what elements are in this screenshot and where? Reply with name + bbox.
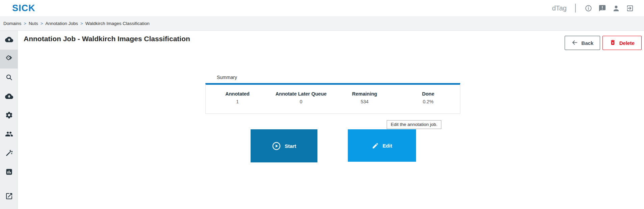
back-button[interactable]: Back bbox=[565, 36, 600, 50]
feedback-icon[interactable] bbox=[598, 4, 606, 12]
stat-value: 0.2% bbox=[396, 99, 460, 104]
breadcrumb-separator: > bbox=[24, 21, 26, 26]
header-actions: dTag bbox=[552, 4, 634, 12]
stat-label: Annotated bbox=[206, 91, 269, 97]
stat-label: Remaining bbox=[333, 91, 396, 97]
magic-wand-icon bbox=[5, 149, 13, 158]
user-icon[interactable] bbox=[612, 4, 620, 12]
sidebar-nav bbox=[0, 31, 18, 209]
stat-remaining: Remaining 534 bbox=[333, 91, 396, 113]
edit-button[interactable]: Edit bbox=[348, 129, 416, 162]
open-in-new-icon bbox=[5, 192, 13, 202]
trash-icon bbox=[610, 39, 616, 47]
breadcrumb: Domains > Nuts > Annotation Jobs > Waldk… bbox=[0, 16, 644, 31]
info-icon[interactable] bbox=[584, 4, 592, 12]
back-button-label: Back bbox=[582, 40, 594, 46]
search-icon bbox=[5, 73, 13, 83]
sidebar-item-external-link[interactable] bbox=[0, 187, 18, 206]
summary-card: Annotated 1 Annotate Later Queue 0 Remai… bbox=[205, 83, 460, 114]
breadcrumb-item-domains[interactable]: Domains bbox=[3, 21, 21, 26]
sick-logo: SICK bbox=[12, 3, 35, 14]
logout-icon[interactable] bbox=[626, 4, 634, 12]
header-divider bbox=[575, 4, 576, 12]
sidebar-item-annotation-jobs[interactable] bbox=[0, 50, 18, 69]
gear-icon bbox=[5, 111, 13, 121]
sidebar-item-statistics[interactable] bbox=[0, 163, 18, 182]
stat-done: Done 0.2% bbox=[396, 91, 460, 113]
stat-annotate-later-queue: Annotate Later Queue 0 bbox=[269, 91, 333, 113]
play-circle-icon bbox=[272, 141, 281, 151]
edit-tooltip: Edit the annotation job. bbox=[387, 120, 441, 129]
start-button[interactable]: Start bbox=[251, 129, 317, 162]
tags-icon bbox=[5, 54, 13, 64]
stat-label: Done bbox=[396, 91, 460, 97]
cloud-download-icon bbox=[5, 92, 13, 102]
pencil-icon bbox=[372, 142, 379, 149]
sidebar-item-settings[interactable] bbox=[0, 106, 18, 125]
stat-label: Annotate Later Queue bbox=[269, 91, 333, 97]
delete-button-label: Delete bbox=[619, 40, 635, 46]
start-button-label: Start bbox=[285, 143, 296, 149]
stat-value: 1 bbox=[206, 99, 269, 104]
arrow-left-icon bbox=[571, 39, 578, 47]
app-name-label: dTag bbox=[552, 4, 567, 12]
app-window: SICK dTag Domains > Nuts > Annotation Jo… bbox=[0, 0, 644, 209]
people-icon bbox=[5, 130, 13, 139]
page-title: Annotation Job - Waldkirch Images Classi… bbox=[24, 35, 190, 43]
breadcrumb-item-annotation-jobs[interactable]: Annotation Jobs bbox=[45, 21, 78, 26]
top-header: SICK dTag bbox=[0, 0, 644, 16]
breadcrumb-item-nuts[interactable]: Nuts bbox=[29, 21, 38, 26]
sidebar-item-download[interactable] bbox=[0, 87, 18, 106]
breadcrumb-separator: > bbox=[41, 21, 43, 26]
stat-value: 0 bbox=[269, 99, 333, 104]
stat-annotated: Annotated 1 bbox=[206, 91, 269, 113]
edit-button-label: Edit bbox=[383, 143, 392, 149]
bar-chart-icon bbox=[5, 168, 13, 177]
summary-section-label: Summary bbox=[217, 75, 237, 80]
breadcrumb-separator: > bbox=[80, 21, 83, 26]
cloud-upload-icon bbox=[5, 35, 13, 45]
sidebar-item-auto-ml[interactable] bbox=[0, 144, 18, 163]
sidebar-item-upload[interactable] bbox=[0, 31, 18, 50]
delete-button[interactable]: Delete bbox=[602, 36, 642, 50]
sidebar-item-search[interactable] bbox=[0, 69, 18, 87]
sidebar-item-users[interactable] bbox=[0, 125, 18, 144]
breadcrumb-item-current: Waldkirch Images Classification bbox=[85, 21, 150, 26]
stat-value: 534 bbox=[333, 99, 396, 104]
